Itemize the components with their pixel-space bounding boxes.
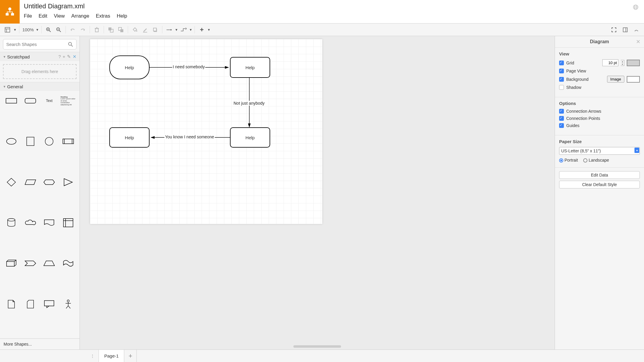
grid-size-input[interactable] [602, 59, 618, 66]
shadow-checkbox[interactable] [559, 85, 564, 90]
search-icon[interactable] [68, 42, 73, 48]
menu-edit[interactable]: Edit [38, 13, 47, 19]
shape-process[interactable] [60, 135, 76, 148]
undo-icon[interactable] [68, 25, 78, 35]
fill-color-icon[interactable] [130, 25, 140, 35]
shape-trapezoid[interactable] [42, 257, 57, 270]
shape-text[interactable]: Text [42, 95, 57, 107]
conn-arrows-label: Connection Arrows [566, 109, 640, 114]
shape-cylinder[interactable] [4, 216, 19, 229]
edge-label-2[interactable]: Not just anybody [233, 101, 265, 106]
shape-heading[interactable]: HeadingLorem ipsum dolor sit amet, conse… [60, 95, 76, 107]
menu-file[interactable]: File [24, 13, 32, 19]
shape-hexagon[interactable] [42, 176, 57, 188]
connection-icon[interactable] [164, 25, 174, 35]
select-dropdown-icon[interactable]: ▾ [634, 148, 639, 153]
edge-label-3[interactable]: You know I need someone [164, 134, 215, 139]
svg-rect-1 [6, 13, 9, 16]
close-panel-icon[interactable]: ✕ [636, 38, 640, 45]
collapse-icon[interactable]: ︽ [631, 25, 642, 35]
tab-page-1[interactable]: Page-1 [99, 350, 124, 362]
connection-dropdown-icon[interactable]: ▾ [174, 25, 178, 35]
canvas-page[interactable]: Help Help Help Help I need somebody Not … [90, 39, 322, 224]
shadow-icon[interactable] [150, 25, 160, 35]
help-icon[interactable]: ? [58, 54, 61, 59]
background-checkbox[interactable] [559, 77, 564, 82]
shape-actor[interactable] [60, 298, 76, 310]
format-panel-icon[interactable] [620, 25, 630, 35]
shape-tape[interactable] [60, 257, 76, 270]
fullscreen-icon[interactable] [609, 25, 619, 35]
add-page-icon[interactable]: + [124, 350, 137, 362]
language-icon[interactable] [633, 4, 639, 11]
zoom-in-icon[interactable] [43, 25, 54, 35]
redo-icon[interactable] [78, 25, 88, 35]
close-scratch-icon[interactable]: ✕ [73, 54, 77, 59]
conn-points-checkbox[interactable] [559, 116, 564, 121]
shape-diamond[interactable] [4, 176, 19, 188]
grid-color-swatch[interactable] [627, 60, 640, 66]
general-header[interactable]: ▼ General [0, 82, 80, 91]
svg-point-37 [45, 137, 53, 146]
menu-help[interactable]: Help [117, 13, 127, 19]
papersize-select[interactable]: US-Letter (8,5" x 11") [559, 147, 640, 155]
scratchpad-dropzone[interactable]: Drag elements here [3, 64, 77, 79]
shape-document[interactable] [42, 216, 57, 229]
add-icon[interactable]: + [197, 25, 207, 35]
menu-arrange[interactable]: Arrange [71, 13, 89, 19]
waypoint-dropdown-icon[interactable]: ▾ [189, 25, 193, 35]
guides-checkbox[interactable] [559, 123, 564, 128]
shape-circle[interactable] [42, 135, 57, 148]
shape-step[interactable] [23, 257, 38, 270]
document-title[interactable]: Untitled Diagram.xml [24, 2, 629, 10]
edit-data-button[interactable]: Edit Data [559, 171, 640, 179]
zoom-level[interactable]: 100% [21, 27, 35, 32]
diagram-node-1[interactable]: Help [109, 55, 150, 79]
shape-card[interactable] [23, 298, 38, 310]
horizontal-scrollbar[interactable] [293, 345, 341, 348]
grid-stepper[interactable]: ▲▼ [621, 60, 624, 66]
shape-cube[interactable] [4, 257, 19, 270]
clear-style-button[interactable]: Clear Default Style [559, 181, 640, 188]
zoom-out-icon[interactable] [54, 25, 64, 35]
grid-checkbox[interactable] [559, 61, 564, 65]
portrait-radio[interactable] [559, 158, 563, 163]
add-dropdown-icon[interactable]: ▾ [207, 25, 211, 35]
to-back-icon[interactable] [116, 25, 126, 35]
menu-view[interactable]: View [54, 13, 65, 19]
view-layout-icon[interactable] [2, 25, 13, 35]
waypoint-icon[interactable] [178, 25, 189, 35]
more-shapes-button[interactable]: More Shapes... [0, 338, 80, 349]
image-button[interactable]: Image [607, 76, 624, 83]
menu-extras[interactable]: Extras [96, 13, 110, 19]
shape-note[interactable] [4, 298, 19, 310]
shape-square[interactable] [23, 135, 38, 148]
edit-scratch-icon[interactable]: ✎ [67, 54, 71, 59]
landscape-radio[interactable] [583, 158, 587, 163]
diagram-node-4[interactable]: Help [109, 127, 150, 148]
to-front-icon[interactable] [106, 25, 116, 35]
line-color-icon[interactable] [140, 25, 150, 35]
shape-internal-storage[interactable] [60, 216, 76, 229]
background-color-swatch[interactable] [627, 76, 640, 83]
diagram-node-2[interactable]: Help [230, 57, 270, 78]
shape-ellipse[interactable] [4, 135, 19, 148]
shape-rectangle[interactable] [4, 95, 19, 107]
shape-callout[interactable] [42, 298, 57, 310]
scratchpad-header[interactable]: ▼ Scratchpad ? + ✎ ✕ [0, 52, 80, 61]
diagram-node-3[interactable]: Help [230, 127, 270, 148]
shape-rounded-rect[interactable] [23, 95, 38, 107]
delete-icon[interactable] [92, 25, 102, 35]
search-input[interactable] [3, 39, 77, 49]
zoom-dropdown-icon[interactable]: ▾ [35, 25, 40, 35]
edge-label-1[interactable]: I need somebody [172, 64, 205, 69]
shape-cloud[interactable] [23, 216, 38, 229]
conn-arrows-checkbox[interactable] [559, 109, 564, 114]
page-menu-icon[interactable]: ⋮ [86, 350, 99, 362]
shape-triangle[interactable] [60, 176, 76, 188]
pageview-checkbox[interactable] [559, 69, 564, 73]
shape-parallelogram[interactable] [23, 176, 38, 188]
add-scratch-icon[interactable]: + [63, 54, 65, 59]
layout-dropdown-icon[interactable]: ▾ [13, 25, 17, 35]
app-logo[interactable] [0, 0, 20, 24]
